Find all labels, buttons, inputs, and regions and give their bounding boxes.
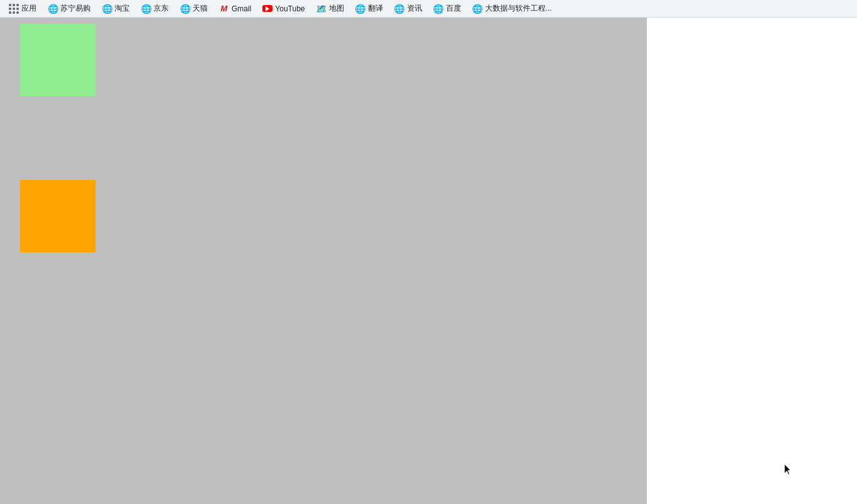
bookmark-bigdata-label: 大数据与软件工程... [485, 3, 552, 14]
bookmark-gmail[interactable]: M Gmail [214, 2, 256, 16]
green-rectangle [20, 24, 96, 96]
bookmark-suning-label: 苏宁易购 [60, 3, 91, 14]
bookmark-tianmao[interactable]: 🌐 天猫 [175, 2, 213, 16]
orange-rectangle [20, 180, 96, 252]
globe-icon-bigdata: 🌐 [473, 4, 483, 14]
globe-icon-fanyi: 🌐 [356, 4, 366, 14]
globe-icon-taobao: 🌐 [102, 4, 112, 14]
maps-icon: 🗺️ [316, 4, 327, 14]
bookmark-youtube[interactable]: YouTube [257, 2, 310, 16]
bookmark-youtube-label: YouTube [275, 4, 305, 13]
globe-icon-baidu: 🌐 [434, 4, 444, 14]
bookmark-suning[interactable]: 🌐 苏宁易购 [43, 2, 96, 16]
bookmarks-bar: 应用 🌐 苏宁易购 🌐 淘宝 🌐 京东 🌐 天猫 M Gmail [0, 0, 857, 18]
bookmark-ditu-label: 地图 [329, 3, 344, 14]
globe-icon-jingdong: 🌐 [141, 4, 151, 14]
bookmark-baidu-label: 百度 [446, 3, 461, 14]
globe-icon-zixun: 🌐 [395, 4, 405, 14]
bookmark-gmail-label: Gmail [232, 4, 251, 13]
apps-icon [9, 4, 19, 14]
bookmark-taobao-label: 淘宝 [115, 3, 130, 14]
page-wrapper: 应用 🌐 苏宁易购 🌐 淘宝 🌐 京东 🌐 天猫 M Gmail [0, 0, 857, 504]
bookmark-tianmao-label: 天猫 [193, 3, 208, 14]
bookmark-baidu[interactable]: 🌐 百度 [428, 2, 466, 16]
bookmark-taobao[interactable]: 🌐 淘宝 [97, 2, 135, 16]
bookmark-zixun[interactable]: 🌐 资讯 [389, 2, 427, 16]
bookmark-bigdata[interactable]: 🌐 大数据与软件工程... [468, 2, 557, 16]
bookmark-fanyi[interactable]: 🌐 翻译 [350, 2, 388, 16]
bookmark-jingdong[interactable]: 🌐 京东 [136, 2, 174, 16]
bookmark-apps-label: 应用 [21, 3, 36, 14]
globe-icon-tianmao: 🌐 [180, 4, 190, 14]
bookmark-apps[interactable]: 应用 [4, 2, 42, 16]
youtube-icon [262, 4, 272, 14]
main-content [0, 18, 647, 504]
globe-icon-suning: 🌐 [48, 4, 58, 14]
gmail-icon: M [219, 4, 229, 14]
right-panel [647, 18, 857, 504]
bookmark-zixun-label: 资讯 [407, 3, 422, 14]
bookmark-jingdong-label: 京东 [154, 3, 169, 14]
bookmark-fanyi-label: 翻译 [368, 3, 383, 14]
bookmark-ditu[interactable]: 🗺️ 地图 [311, 2, 349, 16]
